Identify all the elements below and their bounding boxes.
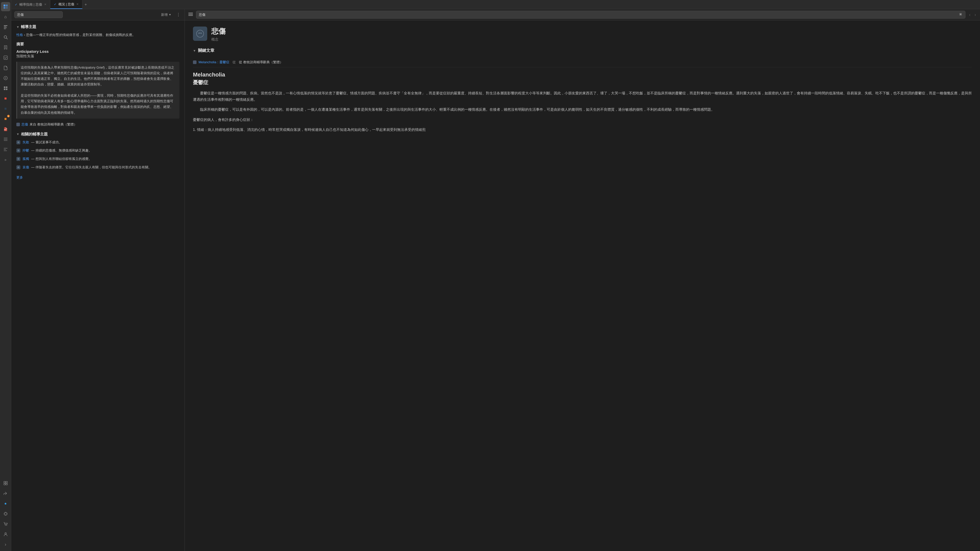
- sidebar-tasks-icon[interactable]: [1, 53, 10, 62]
- concept-avatar: [193, 27, 207, 41]
- sidebar: ⌂ ■ ■ ■ 1 PDF » ●: [0, 0, 11, 551]
- article-body-text: 這些預期的失落會為人帶來預期性悲傷(Anticipatory Grief)，這些…: [21, 65, 174, 114]
- sidebar-grid-icon[interactable]: [1, 478, 10, 488]
- more-link[interactable]: 更多: [16, 175, 23, 180]
- sidebar-list1-icon[interactable]: [1, 135, 10, 144]
- sidebar-circle-icon[interactable]: [1, 73, 10, 83]
- right-search-container[interactable]: [196, 11, 966, 19]
- right-toolbar: ‹ ›: [185, 9, 980, 21]
- tab-overview-label: 概況 | 悲傷: [59, 2, 75, 6]
- breadcrumb-link[interactable]: 性格: [16, 33, 23, 37]
- related-item-3: 哀傷 — 伴隨著失去的痛苦。它往往與失去親人有關，但也可能與任何形式的失去有關。: [16, 165, 180, 170]
- svg-rect-1: [6, 5, 8, 6]
- orange-badge: 1: [7, 115, 10, 118]
- tab-overview[interactable]: ✓ 概況 | 悲傷 ✕: [50, 0, 83, 9]
- key-articles-collapse[interactable]: ▼: [193, 49, 196, 52]
- sidebar-pdf-icon[interactable]: PDF: [1, 124, 10, 134]
- svg-rect-4: [4, 25, 7, 26]
- sidebar-search-icon[interactable]: [1, 33, 10, 42]
- tab-guide-label: 輔導指南 | 悲傷: [19, 2, 42, 7]
- svg-rect-0: [3, 5, 5, 6]
- sidebar-notes-icon[interactable]: [1, 22, 10, 32]
- tab-guide-close[interactable]: ✕: [44, 2, 47, 6]
- related-item-0-icon: [16, 140, 21, 144]
- svg-rect-18: [6, 89, 7, 90]
- article-title-block: Anticipatory Loss 預期性失落: [16, 49, 180, 59]
- tab-guide[interactable]: ✓ 輔導指南 | 悲傷 ✕: [11, 0, 50, 9]
- sidebar-logo[interactable]: [1, 2, 10, 11]
- sidebar-docs-icon[interactable]: [1, 63, 10, 73]
- left-search-input[interactable]: [14, 11, 63, 18]
- sidebar-plugin1-icon[interactable]: ●: [1, 499, 10, 508]
- sidebar-plugin2-icon[interactable]: [1, 509, 10, 518]
- sidebar-red-item-icon[interactable]: ■: [1, 94, 10, 103]
- related-collapse-arrow[interactable]: ▼: [16, 132, 19, 136]
- related-link-0[interactable]: 失敗: [22, 140, 29, 145]
- sidebar-cart-icon[interactable]: [1, 519, 10, 529]
- related-item-1-icon: [16, 148, 21, 152]
- article-title-en: Anticipatory Loss: [16, 49, 180, 54]
- sidebar-expand-icon[interactable]: »: [1, 155, 10, 164]
- svg-rect-27: [6, 481, 7, 483]
- article-ref-link[interactable]: Melancholia：憂鬱症: [199, 60, 229, 65]
- concept-title: 悲傷: [211, 27, 226, 36]
- search-clear-button[interactable]: [959, 12, 963, 17]
- svg-rect-7: [4, 29, 6, 29]
- svg-point-44: [199, 33, 200, 33]
- left-content: ▼ 輔導主題 性格 › 悲傷—一種正常的短暫的情緒痛苦感，是對某些困難、創傷或挑…: [11, 21, 185, 551]
- tab-overview-close[interactable]: ✕: [76, 2, 79, 6]
- article-ref-sep: 從: [232, 60, 236, 65]
- source-icon: [16, 123, 20, 126]
- nav-forward-button[interactable]: ›: [973, 11, 977, 18]
- related-desc-0: — 嘗試某事不成功。: [31, 140, 62, 145]
- svg-point-31: [6, 525, 7, 526]
- tab-guide-icon: ✓: [14, 3, 18, 6]
- left-toolbar: 新增 ▼ ⋮: [11, 9, 185, 21]
- collapse-arrow[interactable]: ▼: [16, 25, 19, 29]
- article-para-2: 臨床所稱的憂鬱症，可以是有外因的，可以是內源的。前者指的是，一個人在遭逢某種生活…: [193, 106, 972, 113]
- related-item-0: 失敗 — 嘗試某事不成功。: [16, 140, 180, 145]
- more-menu-button[interactable]: ⋮: [175, 11, 181, 18]
- new-button-label: 新增: [161, 13, 168, 17]
- svg-rect-5: [4, 27, 6, 27]
- svg-rect-16: [6, 86, 7, 88]
- svg-rect-6: [4, 27, 7, 28]
- related-link-3[interactable]: 哀傷: [22, 165, 29, 170]
- key-articles-header[interactable]: ▼ 關鍵文章: [193, 48, 972, 53]
- related-item-3-icon: [16, 165, 21, 169]
- tab-overview-icon: ✓: [53, 3, 57, 6]
- related-desc-1: — 持續的悲傷感、無價值感和缺乏興趣。: [31, 148, 92, 153]
- svg-rect-2: [3, 7, 5, 9]
- sidebar-bookmark-icon[interactable]: [1, 43, 10, 52]
- sidebar-share-icon[interactable]: [1, 489, 10, 498]
- source-text: 來自 教牧諮商輔導辭典（繁體）: [30, 122, 77, 127]
- article-ref-source: 從 教牧諮商輔導辭典（繁體）: [239, 60, 283, 65]
- related-desc-3: — 伴隨著失去的痛苦。它往往與失去親人有關，但也可能與任何形式的失去有關。: [31, 165, 151, 170]
- sidebar-home-icon[interactable]: ⌂: [1, 12, 10, 21]
- svg-point-30: [5, 525, 6, 526]
- sidebar-dark-item-icon[interactable]: ■: [1, 104, 10, 113]
- sidebar-list2-icon[interactable]: [1, 145, 10, 154]
- related-section-title: 相關的輔導主題: [21, 132, 48, 137]
- section-title: 輔導主題: [21, 24, 36, 29]
- article-content-title-en: Melancholia: [193, 71, 972, 78]
- hamburger-button[interactable]: [187, 11, 194, 18]
- nav-back-button[interactable]: ‹: [967, 11, 972, 18]
- source-link[interactable]: 悲傷: [21, 122, 28, 127]
- article-content-title-zh: 憂鬱症: [193, 79, 972, 86]
- breadcrumb: 性格 › 悲傷—一種正常的短暫的情緒痛苦感，是對某些困難、創傷或挑戰的反應。: [16, 32, 180, 38]
- right-search-input[interactable]: [199, 13, 959, 17]
- source-tag: 悲傷 來自 教牧諮商輔導辭典（繁體）: [16, 122, 180, 127]
- sidebar-chevron-icon[interactable]: ›: [1, 540, 10, 549]
- related-link-1[interactable]: 抑鬱: [22, 148, 29, 153]
- svg-rect-12: [4, 56, 7, 59]
- tab-add-button[interactable]: +: [83, 0, 89, 9]
- new-button-chevron: ▼: [169, 13, 171, 16]
- sidebar-orange-item-icon[interactable]: ■ 1: [1, 114, 10, 124]
- sidebar-apps-icon[interactable]: [1, 84, 10, 93]
- new-button[interactable]: 新增 ▼: [159, 11, 173, 18]
- sidebar-person-icon[interactable]: [1, 530, 10, 539]
- concept-title-block: 悲傷 概念: [211, 27, 226, 42]
- related-item-2-icon: [16, 157, 21, 161]
- related-link-2[interactable]: 孤獨: [22, 156, 29, 162]
